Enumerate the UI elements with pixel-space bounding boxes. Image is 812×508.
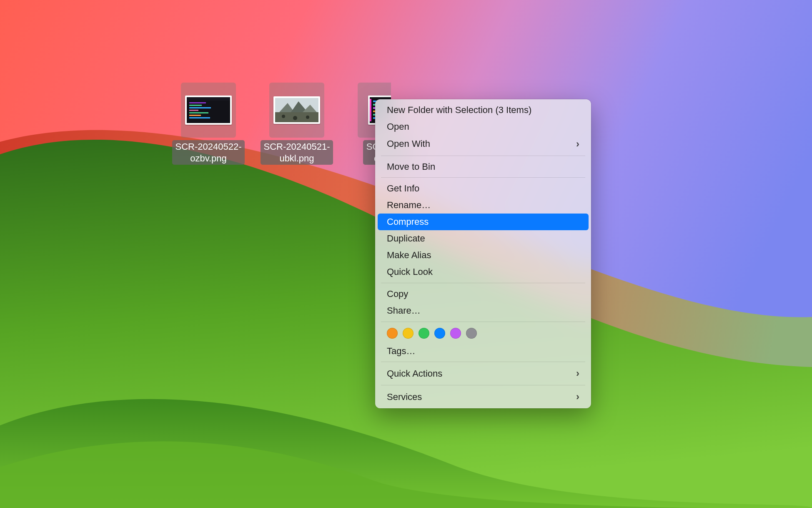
- tag-color-3[interactable]: [434, 328, 445, 339]
- menu-item-label: Quick Look: [387, 265, 433, 279]
- chevron-right-icon: ›: [576, 390, 579, 404]
- menu-item-label: Services: [387, 390, 422, 404]
- menu-item-label: New Folder with Selection (3 Items): [387, 103, 531, 117]
- menu-item-services[interactable]: Services›: [378, 388, 589, 406]
- chevron-right-icon: ›: [576, 137, 579, 151]
- menu-item-compress[interactable]: Compress: [378, 214, 589, 230]
- menu-item-label: Share…: [387, 304, 421, 317]
- menu-item-share[interactable]: Share…: [378, 302, 589, 319]
- svg-point-17: [306, 116, 309, 119]
- menu-item-label: Copy: [387, 287, 408, 301]
- menu-item-open[interactable]: Open: [378, 118, 589, 135]
- menu-item-get-info[interactable]: Get Info: [378, 180, 589, 197]
- tag-color-4[interactable]: [450, 328, 461, 339]
- svg-rect-2: [187, 97, 230, 101]
- file-label: SCR-20240522- ozbv.png: [172, 140, 245, 165]
- svg-point-16: [293, 116, 297, 120]
- desktop-file-1[interactable]: SCR-20240521- ubkl.png: [253, 83, 341, 165]
- menu-item-quick-look[interactable]: Quick Look: [378, 264, 589, 280]
- svg-rect-8: [189, 115, 201, 116]
- menu-separator: [381, 362, 585, 362]
- tag-color-2[interactable]: [419, 328, 429, 339]
- tag-color-1[interactable]: [403, 328, 414, 339]
- context-menu: New Folder with Selection (3 Items)OpenO…: [375, 99, 591, 408]
- file-thumbnail: [181, 83, 236, 138]
- menu-item-open-with[interactable]: Open With›: [378, 135, 589, 153]
- menu-separator: [381, 156, 585, 156]
- menu-item-move-to-bin[interactable]: Move to Bin: [378, 158, 589, 175]
- svg-rect-4: [189, 105, 202, 106]
- menu-separator: [381, 177, 585, 178]
- tag-color-row: [378, 324, 589, 343]
- menu-item-new-folder-with-selection-3-items[interactable]: New Folder with Selection (3 Items): [378, 102, 589, 118]
- svg-rect-5: [189, 107, 211, 108]
- menu-item-label: Get Info: [387, 182, 419, 195]
- svg-rect-9: [189, 117, 210, 118]
- menu-item-label: Rename…: [387, 199, 431, 212]
- menu-separator: [381, 385, 585, 385]
- menu-item-label: Open With: [387, 137, 430, 151]
- svg-point-15: [282, 115, 285, 118]
- menu-item-rename[interactable]: Rename…: [378, 197, 589, 214]
- menu-item-quick-actions[interactable]: Quick Actions›: [378, 365, 589, 382]
- menu-item-copy[interactable]: Copy: [378, 286, 589, 302]
- menu-separator: [381, 322, 585, 322]
- menu-item-duplicate[interactable]: Duplicate: [378, 230, 589, 247]
- menu-item-label: Open: [387, 120, 409, 133]
- svg-rect-19: [370, 99, 371, 121]
- menu-item-label: Tags…: [387, 345, 415, 358]
- svg-rect-3: [189, 102, 206, 103]
- chevron-right-icon: ›: [576, 366, 579, 381]
- tag-color-0[interactable]: [387, 328, 398, 339]
- menu-item-make-alias[interactable]: Make Alias: [378, 247, 589, 264]
- tag-color-5[interactable]: [466, 328, 477, 339]
- menu-item-label: Compress: [387, 215, 429, 229]
- desktop-file-0[interactable]: SCR-20240522- ozbv.png: [165, 83, 252, 165]
- menu-item-label: Duplicate: [387, 232, 425, 245]
- file-label: SCR-20240521- ubkl.png: [261, 140, 333, 165]
- menu-item-label: Make Alias: [387, 249, 431, 262]
- menu-item-tags[interactable]: Tags…: [378, 343, 589, 360]
- file-thumbnail: [269, 83, 324, 138]
- menu-item-label: Quick Actions: [387, 367, 442, 380]
- svg-rect-6: [189, 110, 198, 111]
- menu-separator: [381, 283, 585, 283]
- svg-rect-7: [189, 112, 208, 113]
- menu-item-label: Move to Bin: [387, 160, 435, 174]
